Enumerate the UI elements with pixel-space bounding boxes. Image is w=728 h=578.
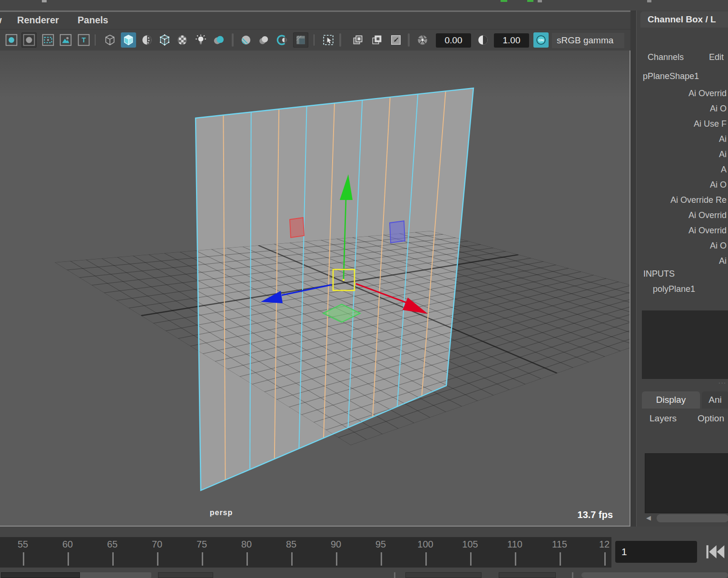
channel-attribute[interactable]: Ai xyxy=(637,147,728,162)
timeline-tick xyxy=(202,552,203,566)
timeline-tick xyxy=(246,552,248,566)
use-default-material-icon[interactable] xyxy=(175,32,190,48)
lock-camera-icon[interactable] xyxy=(21,32,37,48)
input-node[interactable]: polyPlane1 xyxy=(653,284,695,294)
panel-menubar: w Renderer Panels xyxy=(0,12,630,29)
menu-item-renderer[interactable]: Renderer xyxy=(17,15,59,26)
resize-grip-icon[interactable]: ··· xyxy=(718,380,727,386)
divider-tick xyxy=(572,572,573,578)
channel-attribute[interactable]: Ai xyxy=(637,253,728,269)
channel-attribute[interactable]: Ai O xyxy=(637,101,728,116)
timeline-tick xyxy=(470,552,472,566)
wireframe-icon[interactable] xyxy=(102,32,118,48)
timeline-tick xyxy=(291,552,293,566)
timeline-frame-label: 100 xyxy=(413,539,438,550)
spacer-row xyxy=(0,527,728,536)
timeline-track[interactable]: 55606570758085909510010511011512 xyxy=(0,537,611,568)
contrast-icon[interactable] xyxy=(475,32,491,48)
edit-menu[interactable]: Edit xyxy=(709,52,724,62)
shadows-icon[interactable] xyxy=(211,32,226,48)
image-plane-icon[interactable] xyxy=(58,32,73,48)
timeline-frame-label: 70 xyxy=(145,539,169,550)
timeline-tick xyxy=(381,552,382,566)
timeline-frame-label: 80 xyxy=(234,539,259,550)
ambient-occlusion-icon[interactable] xyxy=(238,32,254,48)
timeline-frame-label: 85 xyxy=(279,539,304,550)
range-field[interactable] xyxy=(158,572,213,578)
channel-attribute[interactable]: Ai Overrid xyxy=(637,223,728,238)
viewport-persp[interactable]: persp 13.7 fps xyxy=(0,50,630,527)
viewport-toolbar: T xyxy=(0,29,630,50)
timeline-tick xyxy=(157,552,158,566)
exposure-field[interactable]: 0.00 xyxy=(436,33,471,48)
exposure-icon[interactable] xyxy=(415,32,430,48)
channel-attribute[interactable]: Ai Override Re xyxy=(637,192,728,208)
lookdev-icon[interactable] xyxy=(275,32,290,48)
divider-tick xyxy=(394,572,395,578)
options-menu[interactable]: Option xyxy=(698,413,724,424)
menu-item-panels[interactable]: Panels xyxy=(78,15,108,26)
go-to-start-button[interactable] xyxy=(704,542,726,562)
layer-list-area[interactable] xyxy=(645,453,728,513)
cropped-icon-fragment xyxy=(42,0,47,2)
channel-attribute[interactable]: Ai xyxy=(637,131,728,147)
range-slider-row xyxy=(0,569,728,578)
channel-attribute[interactable]: A xyxy=(637,162,728,177)
lighting-icon[interactable] xyxy=(193,32,208,48)
duplicate-view-icon[interactable] xyxy=(350,32,365,48)
resolution-gate-icon[interactable] xyxy=(40,32,56,48)
top-strip xyxy=(0,0,728,10)
smooth-shade-all-icon[interactable] xyxy=(121,32,136,48)
scene-canvas[interactable] xyxy=(0,50,630,527)
timeline-frame-label: 12 xyxy=(592,539,611,550)
isolate-select-icon[interactable] xyxy=(321,32,336,48)
select-camera-icon[interactable] xyxy=(4,32,19,48)
background-icon[interactable] xyxy=(293,32,308,48)
playback-range-used[interactable] xyxy=(1,572,80,578)
tab-display[interactable]: Display xyxy=(642,391,700,409)
timeline-tick xyxy=(336,552,337,566)
cropped-icon-fragment xyxy=(647,0,651,2)
timeline-frame-label: 105 xyxy=(458,539,482,550)
timeline-frame-label: 90 xyxy=(324,539,348,550)
snapshot-icon[interactable] xyxy=(388,32,403,48)
menu-item-partial[interactable]: w xyxy=(0,15,3,26)
range-slider-handle[interactable] xyxy=(581,572,728,578)
channel-attribute[interactable]: Ai O xyxy=(637,177,728,192)
timeline-frame-label: 75 xyxy=(189,539,214,550)
textured-icon[interactable] xyxy=(157,32,172,48)
field-chart-icon[interactable]: T xyxy=(76,32,91,48)
duplicate-view-alt-icon[interactable] xyxy=(369,32,384,48)
scroll-left-icon[interactable]: ◀ xyxy=(646,514,651,521)
channel-values-area[interactable] xyxy=(642,310,728,379)
gamma-field[interactable]: 1.00 xyxy=(494,33,529,48)
wireframe-on-shaded-icon[interactable] xyxy=(139,32,155,48)
cropped-icon-fragment xyxy=(527,0,533,2)
panel-splitter[interactable] xyxy=(630,10,636,527)
layers-menu[interactable]: Layers xyxy=(649,413,677,424)
tab-anim[interactable]: Ani xyxy=(702,391,728,409)
toolbar-divider xyxy=(95,34,96,46)
panel-title: Channel Box / L xyxy=(648,14,728,25)
view-transform-dropdown[interactable]: sRGB gamma xyxy=(552,33,624,48)
inputs-heading: INPUTS xyxy=(643,269,675,279)
channel-attribute[interactable]: Ai Use F xyxy=(637,116,728,131)
timeline-tick xyxy=(68,552,69,566)
range-field[interactable] xyxy=(499,572,556,578)
on-label: ON xyxy=(538,38,543,42)
blue-face-highlight[interactable] xyxy=(390,221,405,243)
horizontal-scrollbar[interactable] xyxy=(657,514,728,522)
channel-attribute[interactable]: Ai Overrid xyxy=(637,86,728,101)
current-frame-field[interactable]: 1 xyxy=(615,541,697,563)
channels-menu[interactable]: Channels xyxy=(648,52,684,62)
channel-attribute[interactable]: Ai Overrid xyxy=(637,208,728,223)
motion-blur-icon[interactable] xyxy=(256,32,272,48)
color-management-on-icon[interactable]: ON xyxy=(533,32,549,48)
channel-attribute[interactable]: Ai O xyxy=(637,238,728,253)
range-field[interactable] xyxy=(405,572,482,578)
time-slider: 55606570758085909510010511011512 1 xyxy=(0,536,728,569)
object-name[interactable]: pPlaneShape1 xyxy=(643,71,699,81)
red-face-highlight[interactable] xyxy=(290,218,304,238)
timeline-frame-label: 65 xyxy=(100,539,125,550)
cropped-icon-fragment xyxy=(501,0,507,2)
